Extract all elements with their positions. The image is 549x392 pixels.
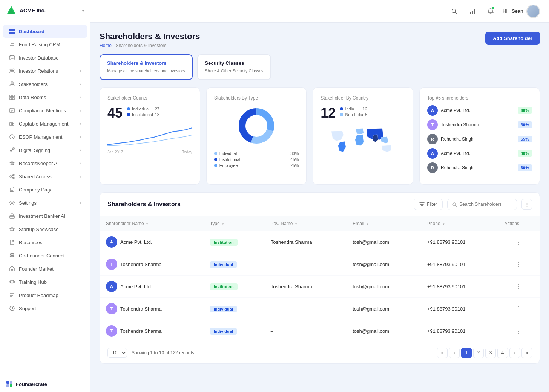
- add-shareholder-button[interactable]: Add Shareholder: [485, 32, 540, 45]
- table-head: Shareholder Name ▾ Type ▾ PoC Name ▾ Ema…: [100, 216, 540, 231]
- sidebar-item-records-ai[interactable]: RecordsKeeper AI ›: [3, 157, 87, 170]
- pagination-btn-1[interactable]: 1: [461, 348, 472, 358]
- chevron-icon-esop: ›: [80, 135, 81, 139]
- hi-label: Hi,: [503, 8, 509, 14]
- svg-rect-5: [12, 32, 15, 34]
- stats-row: Stakeholder Counts 45 Individual27 Insti…: [100, 87, 540, 185]
- nav-label-training-hub: Training Hub: [19, 279, 47, 285]
- sidebar-item-settings[interactable]: Settings ›: [3, 196, 87, 209]
- top-shareholders-list: A Acme Pvt. Ltd. 68%T Toshendra Sharma 6…: [427, 105, 532, 173]
- map-svg: [321, 124, 405, 158]
- sidebar-logo[interactable]: ACME Inc. ▾: [0, 0, 90, 21]
- pagination-btn-‹[interactable]: ‹: [449, 348, 460, 358]
- breadcrumb-home[interactable]: Home: [100, 43, 112, 48]
- foundercrate-label: Foundercrate: [16, 381, 47, 387]
- td-actions: ⋮: [498, 276, 540, 298]
- stakeholder-counts-legend: Individual27 Institutional18: [127, 107, 159, 117]
- td-poc: –: [265, 320, 347, 342]
- pagination-btn-4[interactable]: 4: [497, 348, 508, 358]
- search-input[interactable]: [459, 202, 512, 207]
- captable-icon: [9, 121, 15, 127]
- pagination-btn-«[interactable]: «: [437, 348, 448, 358]
- analytics-icon: [469, 8, 475, 14]
- td-name-text: Toshendra Sharma: [120, 306, 162, 312]
- chevron-icon-stakeholders: ›: [80, 82, 81, 86]
- world-map: [321, 124, 405, 159]
- sidebar-item-training-hub[interactable]: Training Hub: [3, 276, 87, 288]
- pagination-btn-2[interactable]: 2: [473, 348, 484, 358]
- row-actions-button[interactable]: ⋮: [505, 328, 534, 335]
- user-profile-btn[interactable]: Hi, Sean: [503, 5, 540, 18]
- search-icon-btn[interactable]: [448, 5, 460, 17]
- sidebar-item-fundraising[interactable]: Fund Raising CRM: [3, 38, 87, 51]
- notification-icon-btn[interactable]: [485, 5, 497, 17]
- sidebar-footer: Foundercrate: [0, 376, 90, 392]
- tab-security[interactable]: Security Classes Share & Other Security …: [197, 54, 271, 80]
- app-name: ACME Inc.: [20, 8, 46, 14]
- td-name-text: Acme Pvt. Ltd.: [120, 239, 152, 245]
- sidebar-item-esop[interactable]: ESOP Management ›: [3, 130, 87, 143]
- page-header-left: Shareholders & Investors Home - Sharehol…: [100, 32, 200, 48]
- per-page-select[interactable]: 10 25 50: [107, 348, 127, 358]
- svg-point-17: [11, 202, 13, 204]
- row-actions-button[interactable]: ⋮: [505, 283, 534, 290]
- database-icon: [9, 55, 15, 61]
- td-avatar: A: [106, 281, 117, 292]
- row-actions-button[interactable]: ⋮: [505, 261, 534, 268]
- pagination-btn-›[interactable]: ›: [509, 348, 520, 358]
- search-input-wrap[interactable]: [447, 199, 517, 210]
- tab-shareholders[interactable]: Shareholders & Investors Manage all the …: [100, 54, 193, 80]
- analytics-icon-btn[interactable]: [466, 5, 478, 17]
- sidebar-item-support[interactable]: Support: [3, 302, 87, 315]
- svg-point-15: [13, 177, 14, 179]
- pagination-btn-»[interactable]: »: [521, 348, 532, 358]
- svg-rect-25: [6, 384, 9, 387]
- sidebar-item-digital-signing[interactable]: Digital Signing ›: [3, 144, 87, 156]
- sidebar-item-investment-banker[interactable]: Investment Banker AI: [3, 210, 87, 222]
- row-actions-button[interactable]: ⋮: [505, 305, 534, 312]
- logo-icon: [6, 5, 17, 16]
- sidebar-item-resources[interactable]: Resources: [3, 236, 87, 249]
- market-icon: [9, 266, 15, 272]
- support-icon: [9, 305, 15, 311]
- td-name: A Acme Pvt. Ltd.: [100, 231, 204, 253]
- by-country-title: Stakeholder By Country: [321, 95, 405, 101]
- sidebar-item-investor-relations[interactable]: Investor Relations ›: [3, 64, 87, 77]
- sidebar-item-data-rooms[interactable]: Data Rooms ›: [3, 91, 87, 104]
- td-type: Individual: [204, 320, 265, 342]
- sidebar-item-stakeholders[interactable]: Stakeholders ›: [3, 78, 87, 90]
- filter-button[interactable]: Filter: [414, 199, 443, 210]
- sidebar-item-founder-market[interactable]: Founder Market: [3, 262, 87, 275]
- sidebar-item-investor-database[interactable]: Investor Database: [3, 51, 87, 64]
- sparkline: [107, 124, 192, 148]
- sh-pct: 40%: [518, 150, 532, 157]
- resources-icon: [9, 239, 15, 245]
- sidebar-item-product-roadmap[interactable]: Product Roadmap: [3, 289, 87, 302]
- sidebar-item-dashboard[interactable]: Dashboard: [3, 25, 87, 38]
- sidebar-item-captable[interactable]: Captable Management ›: [3, 117, 87, 130]
- showcase-icon: [9, 226, 15, 232]
- td-name: T Toshendra Sharma: [100, 253, 204, 276]
- sidebar-item-shared-access[interactable]: Shared Access ›: [3, 170, 87, 183]
- sh-name: Acme Pvt. Ltd.: [441, 108, 515, 113]
- row-actions-button[interactable]: ⋮: [505, 239, 534, 246]
- td-email: tosh@gmail.com: [347, 298, 421, 320]
- sidebar-item-company-page[interactable]: Company Page: [3, 183, 87, 196]
- shareholders-table-section: Shareholders & Investors Filter ⋮: [100, 192, 540, 364]
- sidebar-item-co-founder[interactable]: Co-Founder Connect: [3, 249, 87, 262]
- sidebar-item-startup-showcase[interactable]: Startup Showcase: [3, 223, 87, 236]
- compliance-icon: [9, 107, 15, 113]
- tab-title-shareholders: Shareholders & Investors: [107, 60, 185, 66]
- nav-label-startup-showcase: Startup Showcase: [19, 227, 59, 232]
- topbar: Hi, Sean: [90, 0, 549, 23]
- top-shareholder-row: A Acme Pvt. Ltd. 40%: [427, 148, 532, 159]
- top-shareholders-card: Top #5 shareholders A Acme Pvt. Ltd. 68%…: [419, 87, 540, 185]
- sh-avatar: R: [427, 134, 438, 144]
- td-phone: +91 88793 90101: [421, 320, 498, 342]
- type-badge: Individual: [210, 261, 237, 268]
- type-badge: Individual: [210, 328, 237, 335]
- pagination-btn-3[interactable]: 3: [485, 348, 496, 358]
- sidebar-item-compliance[interactable]: Compliance Meetings ›: [3, 104, 87, 117]
- more-options-button[interactable]: ⋮: [521, 199, 532, 210]
- nav-label-data-rooms: Data Rooms: [19, 95, 46, 100]
